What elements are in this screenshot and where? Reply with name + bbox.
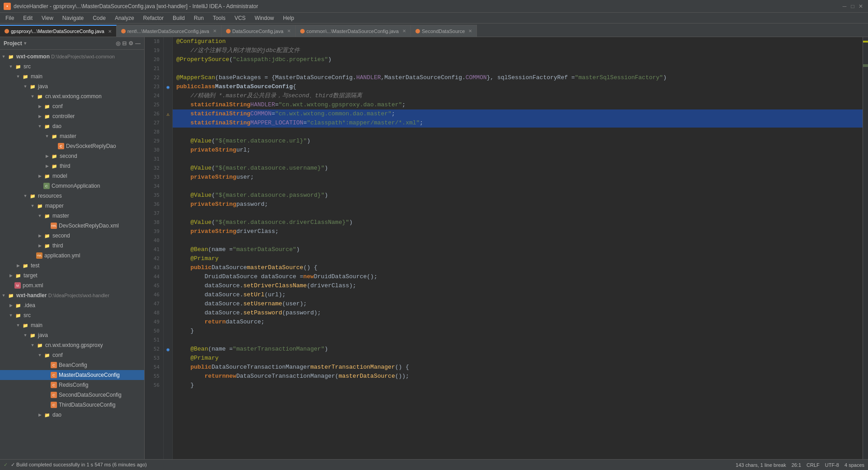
- gutter-48: [164, 309, 172, 318]
- tree-container[interactable]: ▼ 📁 wxt-common D:\IdeaProjects\wxt-commo…: [0, 50, 144, 459]
- tree-item-devsocket-xml[interactable]: XML DevSocketReplyDao.xml: [0, 221, 144, 231]
- scrollbar-marker-2: [863, 64, 868, 67]
- line-num-23: 23: [146, 82, 160, 91]
- menu-window[interactable]: Window: [251, 14, 278, 22]
- menu-edit[interactable]: Edit: [19, 14, 36, 22]
- tree-item-src-1[interactable]: ▼ 📁 src: [0, 62, 144, 71]
- tree-item-cn-gpsproxy[interactable]: ▼ 📁 cn.wxt.wxtong.gpsproxy: [0, 340, 144, 350]
- tab-close-icon-4[interactable]: ✕: [402, 28, 406, 33]
- menu-code[interactable]: Code: [89, 14, 109, 22]
- tree-item-pom[interactable]: M pom.xml: [0, 280, 144, 290]
- tree-item-main-2[interactable]: ▼ 📁 main: [0, 320, 144, 330]
- tree-item-target[interactable]: ▶ 📁 target: [0, 271, 144, 280]
- tab-datasource-config[interactable]: DataSourceConfig.java ✕: [222, 25, 296, 37]
- tree-item-controller[interactable]: ▶ 📁 controller: [0, 111, 144, 121]
- code-line-43: public DataSource masterDataSource() {: [173, 263, 863, 272]
- locate-icon[interactable]: ◎: [116, 40, 120, 47]
- indent[interactable]: 4 spaces: [844, 462, 864, 468]
- position-info[interactable]: 26:1: [792, 462, 801, 468]
- folder-icon-controller: 📁: [43, 113, 51, 120]
- menu-view[interactable]: View: [38, 14, 57, 22]
- tree-item-devsocket[interactable]: C DevSocketReplyDao: [0, 141, 144, 151]
- tab-close-icon[interactable]: ✕: [108, 29, 112, 34]
- line-num-49: 49: [146, 318, 160, 327]
- tree-item-third-mapper[interactable]: ▶ 📁 third: [0, 241, 144, 251]
- folder-icon-second-1: 📁: [51, 152, 58, 160]
- tree-item-conf-1[interactable]: ▶ 📁 conf: [0, 101, 144, 111]
- title-bar: ✦ deviceHandler - gpsproxy\...\MasterDat…: [0, 0, 868, 13]
- tab-close-icon-5[interactable]: ✕: [468, 28, 472, 33]
- tab-close-icon-2[interactable]: ✕: [213, 28, 217, 33]
- java-icon-devsocket: C: [58, 143, 64, 149]
- tree-item-commonapp[interactable]: C CommonApplication: [0, 181, 144, 191]
- folder-icon-mapper-1: 📁: [36, 202, 43, 209]
- gutter-bean-icon-52: ◉: [166, 347, 170, 352]
- gutter-46: [164, 290, 172, 299]
- tree-item-cn-common[interactable]: ▼ 📁 cn.wxt.wxtong.common: [0, 91, 144, 101]
- tree-item-main-1[interactable]: ▼ 📁 main: [0, 71, 144, 81]
- comment-19: //这个注解导入刚才增加的jdbc配置文件: [176, 46, 300, 55]
- line-ending[interactable]: CRLF: [807, 462, 820, 468]
- tree-item-conf-2[interactable]: ▼ 📁 conf: [0, 350, 144, 360]
- tree-item-masterdatasourceconfig[interactable]: C MasterDataSourceConfig: [0, 370, 144, 380]
- tree-item-third-1[interactable]: ▶ 📁 third: [0, 161, 144, 171]
- tree-item-model[interactable]: ▶ 📁 model: [0, 171, 144, 181]
- menu-analyze[interactable]: Analyze: [111, 14, 138, 22]
- tree-item-seconddatasourceconfig[interactable]: C SecondDataSourceConfig: [0, 390, 144, 400]
- close-button[interactable]: ✕: [857, 3, 864, 10]
- code-editor[interactable]: @Configuration //这个注解导入刚才增加的jdbc配置文件 @Pr…: [173, 37, 863, 459]
- comment-24: //精确到 *.master及公共目录，与second、third数据源隔离: [176, 91, 362, 100]
- tab-close-icon-3[interactable]: ✕: [287, 28, 291, 33]
- menu-file[interactable]: File: [2, 14, 18, 22]
- menu-run[interactable]: Run: [190, 14, 208, 22]
- menu-refactor[interactable]: Refactor: [140, 14, 167, 22]
- tab-common-master[interactable]: common\...\MasterDataSourceConfig.java ✕: [296, 25, 411, 37]
- tree-item-application-yml[interactable]: YML application.yml: [0, 251, 144, 261]
- panel-dropdown-icon[interactable]: ▾: [24, 41, 26, 46]
- menu-vcs[interactable]: VCS: [231, 14, 250, 22]
- tree-item-master-dao-1[interactable]: ▼ 📁 master: [0, 131, 144, 141]
- line-num-39: 39: [146, 227, 160, 236]
- menu-build[interactable]: Build: [169, 14, 189, 22]
- settings-icon[interactable]: ⚙: [128, 40, 133, 47]
- tree-item-mapper-1[interactable]: ▼ 📁 mapper: [0, 201, 144, 211]
- char-info[interactable]: 143 chars, 1 line break: [736, 462, 786, 468]
- maximize-button[interactable]: □: [849, 3, 856, 10]
- tree-item-src-2[interactable]: ▼ 📁 src: [0, 310, 144, 320]
- minimize-button[interactable]: ─: [841, 3, 848, 10]
- tree-item-second-mapper[interactable]: ▶ 📁 second: [0, 231, 144, 241]
- tree-item-idea[interactable]: ▶ 📁 .idea: [0, 300, 144, 310]
- minimize-panel-icon[interactable]: —: [135, 40, 141, 47]
- tree-item-java-2[interactable]: ▼ 📁 java: [0, 330, 144, 340]
- tree-item-second-1[interactable]: ▶ 📁 second: [0, 151, 144, 161]
- code-line-41: @Bean(name = "masterDataSource"): [173, 245, 863, 254]
- label-src-1: src: [24, 63, 31, 70]
- tree-item-java-1[interactable]: ▼ 📁 java: [0, 81, 144, 91]
- tree-item-thirddatasourceconfig[interactable]: C ThirdDataSourceConfig: [0, 400, 144, 410]
- encoding[interactable]: UTF-8: [825, 462, 839, 468]
- tab-java-icon-5: [415, 29, 420, 33]
- folder-icon-model: 📁: [43, 172, 51, 180]
- menu-help[interactable]: Help: [279, 14, 298, 22]
- tree-item-wxt-common[interactable]: ▼ 📁 wxt-common D:\IdeaProjects\wxt-commo…: [0, 52, 144, 62]
- tree-item-dao-1[interactable]: ▼ 📁 dao: [0, 121, 144, 131]
- tab-gpsproxy-master[interactable]: gpsproxy\...\MasterDataSourceConfig.java…: [0, 25, 117, 37]
- tab-rent-master[interactable]: rent\...\MasterDataSourceConfig.java ✕: [117, 25, 222, 37]
- label-master-dao-1: master: [60, 133, 76, 139]
- code-line-44: DruidDataSource dataSource = new DruidDa…: [173, 272, 863, 281]
- annotation-22: @MapperScan: [176, 73, 215, 82]
- tree-item-master-mapper[interactable]: ▼ 📁 master: [0, 211, 144, 221]
- right-scrollbar[interactable]: [863, 37, 868, 459]
- tab-second-datasource[interactable]: SecondDataSource ✕: [411, 25, 477, 37]
- tree-item-redisconfig[interactable]: C RedisConfig: [0, 380, 144, 390]
- tree-item-test[interactable]: ▶ 📁 test: [0, 261, 144, 271]
- collapse-all-icon[interactable]: ⊟: [122, 40, 127, 47]
- tree-item-dao-2[interactable]: ▶ 📁 dao: [0, 410, 144, 420]
- tabs-bar: gpsproxy\...\MasterDataSourceConfig.java…: [0, 24, 868, 37]
- tree-item-resources[interactable]: ▼ 📁 resources: [0, 191, 144, 201]
- menu-navigate[interactable]: Navigate: [59, 14, 87, 22]
- code-line-25: static final String HANDLER = "cn.wxt.wx…: [173, 100, 863, 109]
- tree-item-beanconfig[interactable]: C BeanConfig: [0, 360, 144, 370]
- menu-tools[interactable]: Tools: [209, 14, 229, 22]
- tree-item-wxt-handler[interactable]: ▼ 📁 wxt-handler D:\IdeaProjects\wxt-hand…: [0, 290, 144, 300]
